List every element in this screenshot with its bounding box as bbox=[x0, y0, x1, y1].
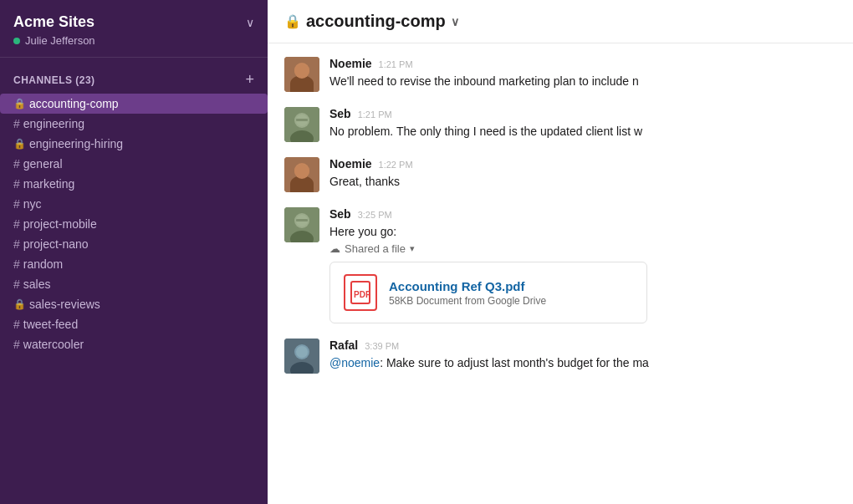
message-author: Rafal bbox=[329, 339, 358, 352]
avatar bbox=[284, 57, 319, 92]
message-content: Seb 1:21 PM No problem. The only thing I… bbox=[329, 107, 836, 140]
hash-icon: # bbox=[13, 197, 20, 211]
sidebar-item-tweet-feed[interactable]: # tweet-feed bbox=[0, 314, 268, 334]
channel-name: tweet-feed bbox=[23, 318, 78, 331]
sidebar-item-engineering[interactable]: # engineering bbox=[0, 114, 268, 134]
channel-name: sales-reviews bbox=[29, 298, 100, 311]
message-content: Rafal 3:39 PM @noemie: Make sure to adju… bbox=[329, 339, 836, 371]
sidebar-item-project-nano[interactable]: # project-nano bbox=[0, 234, 268, 254]
svg-point-1 bbox=[294, 63, 309, 78]
message-row: Noemie 1:21 PM We'll need to revise the … bbox=[284, 57, 836, 92]
workspace-name-row: Acme Sites ∨ bbox=[13, 13, 254, 31]
message-time: 1:21 PM bbox=[379, 59, 413, 69]
hash-icon: # bbox=[13, 177, 20, 191]
workspace-title: Acme Sites bbox=[13, 13, 94, 31]
hash-icon: # bbox=[13, 157, 20, 171]
mention-text: @noemie bbox=[329, 356, 380, 369]
add-channel-icon[interactable]: + bbox=[245, 71, 254, 89]
sidebar-item-accounting-comp[interactable]: 🔒 accounting-comp bbox=[0, 94, 268, 114]
avatar bbox=[284, 339, 319, 374]
message-row: Seb 1:21 PM No problem. The only thing I… bbox=[284, 107, 836, 142]
channels-section-label: CHANNELS (23) bbox=[13, 74, 95, 86]
message-meta: Noemie 1:22 PM bbox=[329, 157, 836, 171]
lock-icon: 🔒 bbox=[13, 138, 26, 150]
message-text: Great, thanks bbox=[329, 173, 836, 190]
message-text: @noemie: Make sure to adjust last month'… bbox=[329, 354, 836, 371]
message-content: Seb 3:25 PM Here you go: ☁ Shared a file… bbox=[329, 207, 836, 323]
channel-name: sales bbox=[23, 277, 51, 291]
svg-point-23 bbox=[296, 346, 308, 358]
message-text: Here you go: bbox=[329, 223, 836, 240]
file-name[interactable]: Accounting Ref Q3.pdf bbox=[389, 279, 546, 293]
svg-point-12 bbox=[295, 164, 309, 177]
message-text: No problem. The only thing I need is the… bbox=[329, 123, 836, 140]
lock-icon: 🔒 bbox=[13, 298, 26, 310]
channel-dropdown-arrow[interactable]: ∨ bbox=[451, 15, 459, 28]
channel-name: accounting-comp bbox=[29, 97, 119, 110]
message-text: We'll need to revise the inbound marketi… bbox=[329, 73, 836, 89]
svg-point-3 bbox=[295, 64, 309, 77]
channel-lock-icon: 🔒 bbox=[284, 13, 301, 29]
file-share-dropdown-icon[interactable]: ▾ bbox=[410, 243, 415, 254]
svg-rect-9 bbox=[284, 157, 319, 192]
chat-header: 🔒 accounting-comp ∨ bbox=[268, 0, 853, 43]
sidebar-item-random[interactable]: # random bbox=[0, 254, 268, 274]
svg-rect-0 bbox=[284, 57, 319, 92]
hash-icon: # bbox=[13, 117, 20, 130]
sidebar-item-sales-reviews[interactable]: 🔒 sales-reviews bbox=[0, 294, 268, 314]
hash-icon: # bbox=[13, 257, 20, 271]
sidebar-item-marketing[interactable]: # marketing bbox=[0, 174, 268, 194]
message-content: Noemie 1:21 PM We'll need to revise the … bbox=[329, 57, 836, 89]
channels-section-header: CHANNELS (23) + bbox=[0, 58, 268, 94]
lock-icon: 🔒 bbox=[13, 98, 26, 109]
message-time: 3:25 PM bbox=[358, 210, 392, 220]
sidebar-item-watercooler[interactable]: # watercooler bbox=[0, 334, 268, 354]
file-share-indicator: ☁ Shared a file ▾ bbox=[329, 242, 836, 255]
message-row: Seb 3:25 PM Here you go: ☁ Shared a file… bbox=[284, 207, 836, 323]
message-author: Seb bbox=[329, 107, 351, 120]
channel-list: 🔒 accounting-comp # engineering 🔒 engine… bbox=[0, 94, 268, 354]
message-time: 1:22 PM bbox=[379, 160, 413, 170]
channel-name: random bbox=[23, 257, 63, 271]
sidebar-item-general[interactable]: # general bbox=[0, 154, 268, 174]
svg-rect-8 bbox=[296, 119, 308, 121]
channel-name: general bbox=[23, 157, 63, 171]
shared-file-label: Shared a file bbox=[345, 242, 406, 255]
sidebar-item-sales[interactable]: # sales bbox=[0, 274, 268, 294]
avatar bbox=[284, 157, 319, 192]
message-author: Seb bbox=[329, 207, 351, 221]
sidebar-item-nyc[interactable]: # nyc bbox=[0, 194, 268, 214]
sidebar: Acme Sites ∨ Julie Jefferson CHANNELS (2… bbox=[0, 0, 268, 504]
message-content: Noemie 1:22 PM Great, thanks bbox=[329, 157, 836, 190]
file-attachment: PDF Accounting Ref Q3.pdf 58KB Document … bbox=[329, 262, 647, 323]
channel-name: project-nano bbox=[23, 237, 89, 251]
message-author: Noemie bbox=[329, 157, 372, 171]
message-time: 3:39 PM bbox=[365, 341, 399, 351]
channel-name: engineering bbox=[23, 117, 84, 130]
main-chat: 🔒 accounting-comp ∨ Noemie 1:21 PM bbox=[268, 0, 853, 504]
user-name-label: Julie Jefferson bbox=[25, 34, 95, 47]
channel-name: nyc bbox=[23, 197, 42, 211]
sidebar-item-project-mobile[interactable]: # project-mobile bbox=[0, 214, 268, 234]
message-row: Noemie 1:22 PM Great, thanks bbox=[284, 157, 836, 192]
hash-icon: # bbox=[13, 277, 20, 291]
hash-icon: # bbox=[13, 318, 20, 331]
file-info: Accounting Ref Q3.pdf 58KB Document from… bbox=[389, 279, 546, 307]
file-meta: 58KB Document from Google Drive bbox=[389, 295, 546, 307]
message-meta: Rafal 3:39 PM bbox=[329, 339, 836, 352]
user-status: Julie Jefferson bbox=[13, 34, 254, 47]
svg-point-10 bbox=[294, 163, 309, 178]
svg-point-11 bbox=[290, 181, 314, 192]
message-author: Noemie bbox=[329, 57, 372, 70]
message-meta: Seb 1:21 PM bbox=[329, 107, 836, 120]
svg-text:PDF: PDF bbox=[354, 290, 370, 299]
message-meta: Seb 3:25 PM bbox=[329, 207, 836, 221]
pdf-icon: PDF bbox=[350, 281, 370, 304]
message-text-body: : Make sure to adjust last month's budge… bbox=[380, 356, 649, 369]
avatar bbox=[284, 207, 319, 242]
channel-name: watercooler bbox=[23, 338, 84, 351]
sidebar-item-engineering-hiring[interactable]: 🔒 engineering-hiring bbox=[0, 134, 268, 154]
message-row: Rafal 3:39 PM @noemie: Make sure to adju… bbox=[284, 339, 836, 374]
svg-point-2 bbox=[290, 80, 314, 92]
workspace-chevron-icon[interactable]: ∨ bbox=[246, 16, 254, 29]
